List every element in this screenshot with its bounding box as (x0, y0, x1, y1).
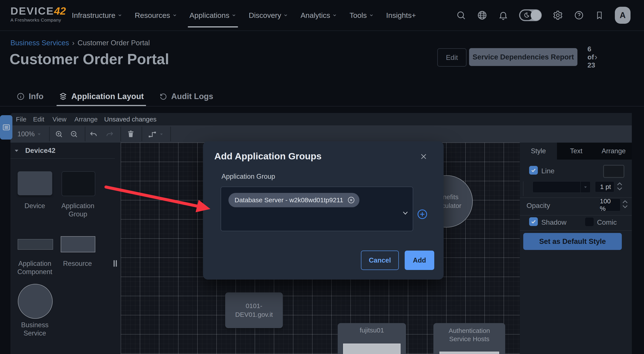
indent-guide (523, 181, 524, 196)
undo-icon[interactable] (89, 130, 98, 139)
tab-info[interactable]: Info (16, 92, 44, 101)
panel-divider (520, 215, 632, 216)
search-icon[interactable] (456, 10, 466, 20)
panel-divider (520, 230, 632, 231)
canvas-node-dev01[interactable]: 0101-DEV01.gov.it (225, 292, 283, 328)
zoom-in-icon[interactable] (54, 130, 63, 138)
editor-toolbar: 100% (10, 125, 632, 143)
toolbar-divider (142, 127, 142, 141)
globe-icon[interactable] (477, 10, 487, 21)
set-default-style-button[interactable]: Set as Default Style (523, 233, 622, 250)
cancel-button[interactable]: Cancel (361, 251, 399, 270)
palette-shape-device[interactable] (18, 171, 52, 195)
remove-chip-icon[interactable] (347, 196, 355, 204)
line-checkbox[interactable] (529, 166, 538, 175)
toolbar-divider (85, 127, 85, 141)
breadcrumb-link[interactable]: Business Services (10, 39, 69, 47)
palette-shape-application-group[interactable] (62, 171, 95, 196)
service-dependencies-report-button[interactable]: Service Dependencies Report (469, 48, 578, 66)
add-button[interactable]: Add (405, 251, 434, 270)
palette-shape-application-component[interactable] (18, 239, 53, 250)
nav-infrastructure[interactable]: Infrastructure (72, 11, 122, 20)
line-color-swatch[interactable] (603, 165, 624, 178)
line-style-dropdown[interactable] (532, 181, 590, 193)
menu-view[interactable]: View (52, 113, 66, 125)
menu-file[interactable]: File (16, 113, 26, 125)
toolbar-divider (170, 127, 171, 141)
top-icon-group: A (456, 0, 630, 31)
connector-style-dropdown[interactable] (148, 129, 164, 139)
shape-palette-sidebar: Device42 Device Application Group Applic… (10, 143, 121, 354)
palette-shape-resource[interactable] (61, 236, 95, 252)
tab-application-layout[interactable]: Application Layout (59, 92, 144, 101)
modal-title: Add Application Groups (214, 151, 322, 162)
unsaved-changes-status: Unsaved changes (104, 113, 156, 125)
pagination-label: 6 of 23 (588, 45, 597, 69)
nav-resources[interactable]: Resources (135, 11, 177, 20)
delete-trash-icon[interactable] (126, 129, 135, 138)
toolbar-divider (120, 127, 121, 141)
top-navigation-bar: DEVICE42 A Freshworks Company Infrastruc… (0, 0, 644, 31)
canvas-node-fujitsu01[interactable]: fujitsu01 PostgreSQL - (338, 323, 406, 354)
nav-discovery[interactable]: Discovery (249, 11, 288, 20)
toolbar-divider (49, 127, 50, 141)
comic-checkbox[interactable] (585, 217, 594, 226)
shadow-checkbox[interactable] (529, 217, 538, 226)
canvas-node-postgresql[interactable]: PostgreSQL - (343, 343, 400, 354)
palette-shape-business-service[interactable] (18, 284, 53, 319)
nav-analytics[interactable]: Analytics (300, 11, 337, 20)
tab-audit-logs[interactable]: Audit Logs (159, 92, 213, 101)
zoom-out-icon[interactable] (70, 130, 78, 138)
notifications-bell-icon[interactable] (498, 10, 508, 20)
logo-accent: 42 (54, 5, 66, 17)
user-avatar[interactable]: A (615, 7, 630, 24)
menu-arrange[interactable]: Arrange (74, 113, 98, 125)
line-width-stepper[interactable] (616, 182, 623, 191)
settings-gear-icon[interactable] (552, 10, 563, 21)
editor-menu-bar: File Edit View Arrange Unsaved changes (10, 113, 632, 125)
sidebar-resize-handle[interactable] (114, 260, 117, 267)
canvas-node-authentication-service-hosts[interactable]: Authentication Service Hosts (434, 323, 505, 354)
add-another-group-icon[interactable] (417, 209, 428, 220)
chevron-down-icon (283, 13, 288, 18)
application-group-field-label: Application Group (222, 173, 275, 180)
palette-section-header[interactable]: Device42 (14, 147, 56, 155)
opacity-stepper[interactable] (622, 200, 628, 209)
record-pagination: ‹ 6 of 23 › (588, 51, 597, 63)
application-group-multiselect[interactable]: Database Server - w2k08wd01tp9211 (220, 187, 413, 231)
nav-tools[interactable]: Tools (350, 11, 374, 20)
redo-icon[interactable] (105, 130, 114, 139)
chevron-down-icon (616, 187, 623, 191)
bookmark-icon[interactable] (595, 10, 604, 20)
panel-tab-text[interactable]: Text (557, 143, 596, 160)
menu-edit[interactable]: Edit (33, 113, 44, 125)
opacity-input[interactable]: 100 % (600, 199, 620, 211)
chevron-down-icon (369, 13, 374, 18)
panel-tab-arrange[interactable]: Arrange (596, 143, 632, 160)
line-width-input[interactable]: 1 pt (595, 181, 614, 192)
zoom-level-dropdown[interactable]: 100% (18, 125, 42, 143)
device42-logo[interactable]: DEVICE42 A Freshworks Company (10, 5, 66, 23)
nav-applications[interactable]: Applications (190, 11, 236, 20)
palette-label-resource: Resource (58, 259, 97, 268)
page-tabs: Info Application Layout Audit Logs (16, 88, 213, 105)
nav-insights[interactable]: Insights+ (386, 11, 416, 20)
toggle-knob (531, 10, 541, 21)
panel-tab-style[interactable]: Style (520, 143, 557, 160)
modal-close-button[interactable] (419, 152, 428, 161)
connector-icon (148, 129, 157, 139)
main-menu: Infrastructure Resources Applications Di… (72, 0, 416, 31)
info-icon (16, 92, 25, 101)
canvas-node-auth-child[interactable] (440, 351, 499, 354)
dark-mode-toggle[interactable] (519, 9, 542, 21)
breadcrumb-current: Customer Order Portal (78, 39, 150, 47)
chevron-up-icon (616, 182, 623, 186)
format-style-panel: Style Text Arrange Line 1 pt Opacity 100… (520, 143, 632, 354)
format-panel-toggle-tab[interactable] (0, 115, 12, 140)
select-chevron-down-icon[interactable] (401, 209, 410, 217)
chevron-down-icon (622, 204, 628, 209)
edit-button[interactable]: Edit (437, 48, 466, 67)
help-icon[interactable] (574, 10, 584, 20)
logo-tagline: A Freshworks Company (10, 18, 66, 23)
palette-label-application-component: Application Component (13, 259, 56, 276)
